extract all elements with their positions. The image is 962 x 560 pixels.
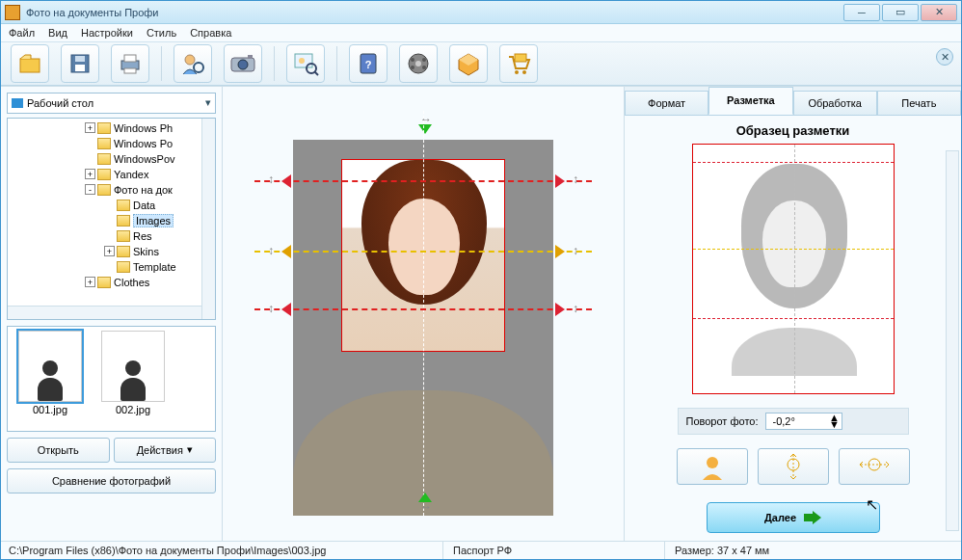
resize-handle[interactable]: ↕: [268, 244, 274, 257]
toolbar-close-icon[interactable]: ✕: [936, 48, 953, 66]
cursor-icon: ↖: [866, 495, 878, 514]
tab-markup[interactable]: Разметка: [708, 87, 792, 115]
thumbnail[interactable]: 001.jpg: [12, 331, 89, 427]
tree-horizontal-scrollbar[interactable]: [8, 306, 201, 319]
tab-print[interactable]: Печать: [877, 91, 961, 115]
svg-point-20: [411, 58, 414, 62]
tree-item[interactable]: +Windows Ph: [8, 120, 215, 136]
resize-handle[interactable]: ↕: [573, 173, 578, 186]
mode-width-button[interactable]: [839, 448, 910, 485]
help-book-button[interactable]: ?: [349, 44, 387, 83]
rotate-row: Поворот фото: -0,2° ▲▼: [678, 408, 909, 435]
app-window: Фото на документы Профи ─ ▭ ✕ Файл Вид Н…: [0, 0, 962, 560]
subject-face: [388, 199, 460, 295]
svg-text:?: ?: [365, 59, 372, 70]
menu-file[interactable]: Файл: [9, 27, 35, 39]
thumbnail-strip: 001.jpg002.jpg: [7, 326, 216, 432]
marker-top-right[interactable]: [555, 174, 565, 188]
menu-help[interactable]: Справка: [190, 27, 231, 39]
tree-item[interactable]: +Skins: [8, 244, 215, 259]
marker-chin-right[interactable]: [555, 303, 565, 316]
status-size: Размер: 37 x 47 мм: [664, 542, 769, 559]
resize-handle-bottom[interactable]: ↔: [420, 500, 432, 514]
top-red-guide[interactable]: [254, 180, 592, 182]
tree-item[interactable]: +Clothes: [8, 275, 215, 290]
location-dropdown[interactable]: Рабочий стол ▾: [7, 93, 216, 114]
save-button[interactable]: [61, 44, 99, 83]
resize-handle[interactable]: ↕: [268, 302, 274, 315]
compare-button[interactable]: Сравнение фотографий: [7, 468, 216, 493]
thumbnail[interactable]: 002.jpg: [94, 331, 172, 427]
video-button[interactable]: [399, 44, 438, 83]
svg-rect-3: [75, 56, 85, 62]
minimize-button[interactable]: ─: [843, 4, 880, 21]
tree-item[interactable]: Res: [8, 228, 215, 244]
resize-handle[interactable]: ↕: [268, 173, 274, 186]
resize-handle[interactable]: ↕: [573, 244, 578, 257]
marker-chin-left[interactable]: [281, 303, 291, 316]
tree-vertical-scrollbar[interactable]: [201, 119, 215, 319]
marker-eye-right[interactable]: [555, 245, 565, 258]
rotate-spinner[interactable]: -0,2° ▲▼: [765, 413, 842, 430]
chevron-down-icon: ▾: [205, 96, 211, 109]
eye-yellow-guide[interactable]: [254, 251, 592, 253]
tabs: Формат Разметка Обработка Печать: [625, 87, 961, 116]
mode-silhouette-button[interactable]: [677, 448, 748, 485]
tree-item[interactable]: Data: [8, 198, 215, 213]
left-panel: Рабочий стол ▾ +Windows PhWindows PoWind…: [1, 87, 223, 541]
right-panel: Формат Разметка Обработка Печать Образец…: [624, 87, 961, 541]
svg-point-7: [185, 55, 195, 65]
new-folder-button[interactable]: [11, 44, 49, 83]
tree-item[interactable]: -Фото на док: [8, 182, 215, 198]
top-crop-marker[interactable]: [418, 124, 432, 134]
right-scrollbar[interactable]: [946, 150, 959, 531]
tree-item[interactable]: WindowsPov: [8, 151, 215, 167]
desktop-icon: [12, 98, 23, 108]
mode-height-button[interactable]: [758, 448, 829, 485]
print-button[interactable]: [111, 44, 149, 83]
chin-red-guide[interactable]: [254, 308, 592, 310]
svg-rect-11: [248, 55, 253, 59]
marker-top-left[interactable]: [281, 174, 291, 188]
cart-button[interactable]: [499, 44, 538, 83]
tree-item[interactable]: Images: [8, 213, 215, 228]
status-format: Паспорт РФ: [442, 542, 635, 559]
svg-rect-6: [124, 68, 136, 73]
window-title: Фото на документы Профи: [26, 7, 842, 18]
sample-preview: [692, 144, 895, 394]
menu-view[interactable]: Вид: [48, 27, 67, 39]
menu-style[interactable]: Стиль: [147, 27, 176, 39]
menu-settings[interactable]: Настройки: [81, 27, 133, 39]
svg-point-24: [515, 70, 519, 74]
rotate-value: -0,2°: [772, 415, 794, 427]
svg-point-22: [411, 66, 414, 69]
tree-item[interactable]: +Yandex: [8, 167, 215, 182]
package-button[interactable]: [449, 44, 488, 83]
tree-item[interactable]: Template: [8, 259, 215, 275]
next-button[interactable]: Далее: [707, 502, 880, 533]
status-path: C:\Program Files (x86)\Фото на документы…: [9, 545, 414, 556]
maximize-button[interactable]: ▭: [882, 4, 919, 21]
marker-eye-left[interactable]: [281, 245, 291, 258]
center-vertical-guide[interactable]: [423, 111, 424, 516]
svg-point-21: [422, 58, 426, 62]
browse-user-button[interactable]: [174, 44, 212, 83]
sample-title: Образец разметки: [736, 123, 850, 138]
resize-handle[interactable]: ↕: [573, 302, 578, 315]
editor-canvas[interactable]: ↔ ↕ ↕ ↕ ↕: [223, 87, 624, 541]
actions-button[interactable]: Действия▾: [114, 438, 217, 463]
titlebar[interactable]: Фото на документы Профи ─ ▭ ✕: [1, 1, 961, 24]
svg-rect-26: [515, 54, 526, 62]
tab-processing[interactable]: Обработка: [793, 91, 877, 115]
close-button[interactable]: ✕: [921, 4, 957, 21]
folder-tree[interactable]: +Windows PhWindows PoWindowsPov+Yandex-Ф…: [7, 118, 216, 320]
svg-point-23: [422, 66, 426, 69]
search-photo-button[interactable]: [286, 44, 325, 83]
tab-format[interactable]: Формат: [625, 91, 708, 115]
chevron-down-icon: ▾: [187, 443, 193, 456]
open-button[interactable]: Открыть: [7, 438, 110, 463]
location-label: Рабочий стол: [27, 97, 94, 109]
camera-button[interactable]: [224, 44, 262, 83]
svg-point-19: [415, 61, 421, 67]
tree-item[interactable]: Windows Po: [8, 136, 215, 151]
